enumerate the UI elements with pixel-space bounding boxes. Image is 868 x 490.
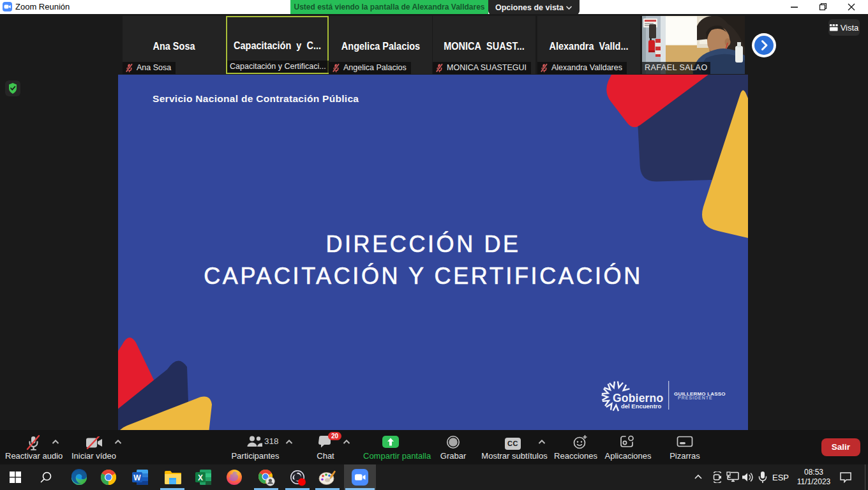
svg-text:del Encuentro: del Encuentro — [621, 403, 662, 410]
svg-text:X: X — [198, 473, 203, 482]
svg-text:W: W — [133, 473, 141, 482]
svg-text:PRESIDENTE: PRESIDENTE — [678, 396, 713, 400]
